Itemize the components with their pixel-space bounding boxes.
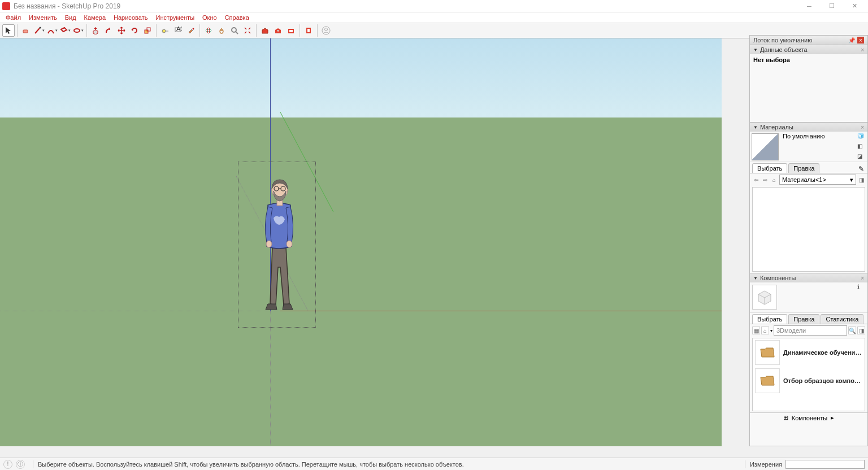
tape-tool[interactable] <box>159 24 171 37</box>
rectangle-tool[interactable]: ▾ <box>59 24 71 37</box>
line-tool[interactable]: ▾ <box>33 24 45 37</box>
arc-tool[interactable]: ▾ <box>46 24 58 37</box>
materials-tab-select[interactable]: Выбрать <box>752 163 787 173</box>
tray-title-bar[interactable]: Лоток по умолчанию 📌 × <box>749 35 868 45</box>
create-material-icon[interactable]: 🧊 <box>857 133 865 141</box>
home-icon[interactable]: ⌂ <box>761 327 769 334</box>
component-search-input[interactable]: 3Dмодели <box>774 325 847 336</box>
extension-warehouse-tool[interactable] <box>285 24 297 37</box>
component-folder-item[interactable]: Динамическое обучение ком... <box>753 338 865 367</box>
home-icon[interactable]: ⌂ <box>770 176 778 184</box>
no-selection-label: Нет выбора <box>753 56 864 63</box>
components-tab-stats[interactable]: Статистика <box>821 314 863 324</box>
main-toolbar: ▾ ▾ ▾ ▾ A1 <box>0 23 868 38</box>
menu-tools[interactable]: Инструменты <box>152 14 198 21</box>
svg-rect-0 <box>23 30 28 33</box>
offset-tool[interactable] <box>102 24 115 37</box>
materials-title: Материалы <box>760 124 793 130</box>
minimize-button[interactable]: ─ <box>798 1 821 12</box>
components-tab-select[interactable]: Выбрать <box>752 314 787 324</box>
blue-axis-neg <box>270 311 271 446</box>
svg-point-9 <box>206 29 211 32</box>
nav-back-icon[interactable]: ⇦ <box>752 176 760 184</box>
details-icon[interactable]: ◨ <box>857 327 865 334</box>
collapse-arrow-icon: ▼ <box>753 47 758 53</box>
status-help-icon[interactable]: ⓘ <box>16 460 25 469</box>
components-list[interactable]: Динамическое обучение ком... Отбор образ… <box>752 338 865 411</box>
zoom-tool[interactable] <box>228 24 241 37</box>
menu-view[interactable]: Вид <box>62 14 80 21</box>
default-tray: Лоток по умолчанию 📌 × ▼ Данные объекта … <box>749 35 868 446</box>
nav-fwd-icon[interactable]: ⇨ <box>761 176 769 184</box>
view-mode-icon[interactable]: ▦ <box>752 327 760 334</box>
svg-point-2 <box>74 29 80 32</box>
material-dropper-icon[interactable]: ◪ <box>857 153 865 161</box>
orbit-tool[interactable] <box>202 24 215 37</box>
component-info-icon[interactable]: ℹ <box>857 284 865 291</box>
materials-list[interactable] <box>752 187 865 272</box>
text-tool[interactable]: A1 <box>172 24 184 37</box>
select-tool[interactable] <box>2 24 15 37</box>
components-header[interactable]: ▼ Компоненты × <box>750 273 867 282</box>
components-tabs: Выбрать Правка Статистика <box>750 313 867 324</box>
svg-text:A1: A1 <box>176 27 182 32</box>
chevron-down-icon[interactable]: ▾ <box>770 328 772 333</box>
paint-tool[interactable] <box>185 24 197 37</box>
pushpull-tool[interactable] <box>89 24 102 37</box>
material-name-label: По умолчанию <box>783 133 865 140</box>
move-tool[interactable] <box>115 24 128 37</box>
status-hint: Выберите объекты. Воспользуйтесь клавише… <box>38 461 464 468</box>
status-info-icon[interactable]: ! <box>3 460 12 469</box>
rotate-tool[interactable] <box>128 24 141 37</box>
layout-tool[interactable] <box>302 24 315 37</box>
svg-point-15 <box>325 28 328 31</box>
panel-close-icon[interactable]: × <box>861 275 864 281</box>
viewport-3d[interactable] <box>0 38 722 446</box>
maximize-button[interactable]: ☐ <box>821 1 843 12</box>
pin-icon[interactable]: 📌 <box>848 37 855 43</box>
menu-draw[interactable]: Нарисовать <box>110 14 151 21</box>
entity-info-panel: ▼ Данные объекта × Нет выбора <box>749 45 868 123</box>
expand-icon[interactable]: ⊞ <box>783 414 788 421</box>
menu-edit[interactable]: Изменить <box>25 14 60 21</box>
pan-tool[interactable] <box>215 24 228 37</box>
menu-help[interactable]: Справка <box>222 14 253 21</box>
scale-tool[interactable] <box>141 24 154 37</box>
components-tab-edit[interactable]: Правка <box>788 314 819 324</box>
svg-rect-3 <box>145 30 148 33</box>
panel-close-icon[interactable]: × <box>861 47 864 53</box>
components-footer: ⊞ Компоненты ▸ <box>750 412 867 423</box>
entity-info-header[interactable]: ▼ Данные объекта × <box>750 45 867 54</box>
panel-close-icon[interactable]: × <box>861 124 864 130</box>
materials-body: По умолчанию 🧊 ◧ ◪ Выбрать Правка ✎ ⇦ ⇨ … <box>750 132 867 273</box>
components-panel: ▼ Компоненты × ℹ Выбрать Правка Статисти… <box>749 273 868 446</box>
svg-point-10 <box>207 28 210 33</box>
measurements-input[interactable] <box>785 460 865 469</box>
warehouse-share-tool[interactable] <box>272 24 284 37</box>
material-swatch[interactable] <box>752 133 779 160</box>
dropdown-icon[interactable]: ▸ <box>831 414 834 421</box>
materials-tab-edit[interactable]: Правка <box>788 163 819 173</box>
warehouse-get-tool[interactable] <box>259 24 271 37</box>
set-default-icon[interactable]: ◧ <box>857 143 865 151</box>
material-library-combo[interactable]: Материалы<1>▾ <box>779 175 856 185</box>
eyedropper-icon[interactable]: ✎ <box>858 165 864 173</box>
scale-figure[interactable] <box>255 174 306 314</box>
component-folder-item[interactable]: Отбор образцов компонентов <box>753 367 865 395</box>
details-icon[interactable]: ◨ <box>857 176 865 184</box>
folder-icon <box>755 368 780 393</box>
eraser-tool[interactable] <box>20 24 32 37</box>
search-icon[interactable]: 🔍 <box>848 327 856 334</box>
circle-tool[interactable]: ▾ <box>72 24 84 37</box>
close-button[interactable]: ✕ <box>843 1 866 12</box>
component-preview <box>752 285 777 310</box>
tray-close-icon[interactable]: × <box>857 37 864 43</box>
user-account-icon[interactable] <box>320 24 332 37</box>
materials-header[interactable]: ▼ Материалы × <box>750 123 867 132</box>
menu-file[interactable]: Файл <box>2 14 24 21</box>
zoom-extents-tool[interactable] <box>241 24 254 37</box>
menu-camera[interactable]: Камера <box>81 14 109 21</box>
menu-window[interactable]: Окно <box>199 14 220 21</box>
title-bar: Без названия - SketchUp Pro 2019 ─ ☐ ✕ <box>0 0 868 12</box>
measurements-label: Измерения <box>750 461 782 468</box>
